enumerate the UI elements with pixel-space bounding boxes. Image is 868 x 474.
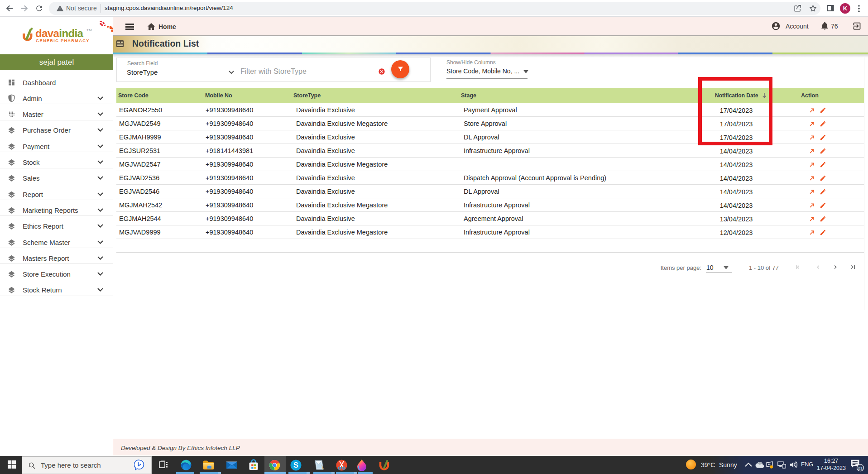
svg-text:21: 21 [858,465,863,470]
svg-text:S: S [293,461,298,469]
